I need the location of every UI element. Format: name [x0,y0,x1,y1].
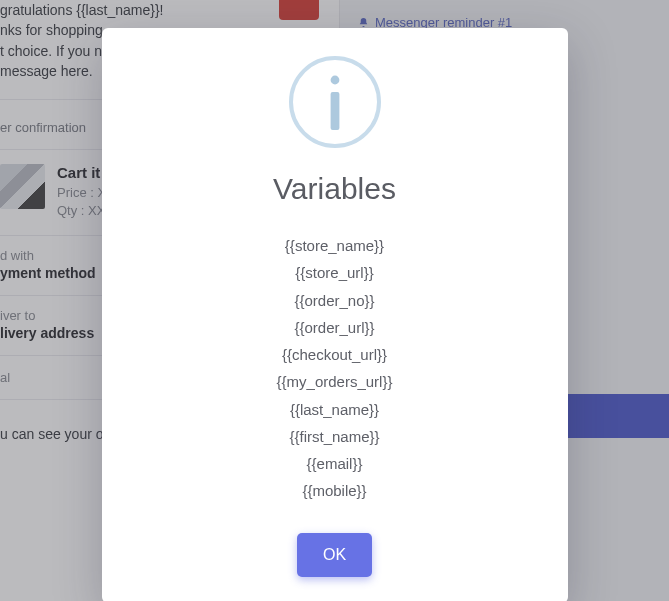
info-icon [289,56,381,148]
svg-rect-1 [330,92,339,130]
variable-item: {{my_orders_url}} [132,370,538,393]
variable-item: {{first_name}} [132,425,538,448]
variable-item: {{email}} [132,452,538,475]
variable-item: {{checkout_url}} [132,343,538,366]
variable-item: {{store_name}} [132,234,538,257]
variable-item: {{store_url}} [132,261,538,284]
variables-list: {{store_name}} {{store_url}} {{order_no}… [132,234,538,503]
variables-modal: Variables {{store_name}} {{store_url}} {… [102,28,568,601]
variable-item: {{last_name}} [132,398,538,421]
variable-item: {{order_no}} [132,289,538,312]
modal-title: Variables [132,172,538,206]
variable-item: {{mobile}} [132,479,538,502]
modal-overlay[interactable]: Variables {{store_name}} {{store_url}} {… [0,0,669,601]
svg-point-0 [330,76,339,85]
variable-item: {{order_url}} [132,316,538,339]
ok-button[interactable]: OK [297,533,372,577]
